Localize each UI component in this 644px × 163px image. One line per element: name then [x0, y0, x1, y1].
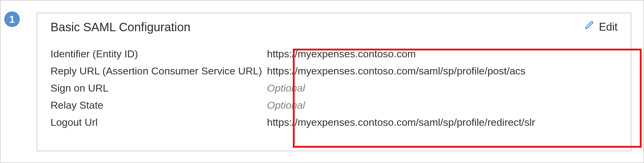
card-header: Basic SAML Configuration Edit [51, 20, 618, 34]
pencil-icon [584, 20, 594, 33]
reply-url-label: Reply URL (Assertion Consumer Service UR… [51, 64, 267, 78]
edit-button-label: Edit [599, 21, 618, 33]
sign-on-url-label: Sign on URL [51, 81, 267, 95]
config-rows: Identifier (Entity ID) https://myexpense… [51, 47, 618, 129]
saml-config-section: 1 Basic SAML Configuration Edit Identifi… [0, 0, 644, 163]
card-title: Basic SAML Configuration [51, 20, 190, 34]
sign-on-url-value: Optional [267, 81, 618, 95]
identifier-label: Identifier (Entity ID) [51, 47, 267, 61]
logout-url-value: https://myexpenses.contoso.com/saml/sp/p… [267, 116, 618, 129]
step-number-badge: 1 [4, 11, 20, 27]
edit-button[interactable]: Edit [584, 20, 618, 33]
relay-state-value: Optional [267, 98, 618, 112]
basic-saml-config-card: Basic SAML Configuration Edit Identifier… [37, 13, 631, 151]
step-number: 1 [9, 14, 15, 24]
reply-url-value: https://myexpenses.contoso.com/saml/sp/p… [267, 64, 618, 78]
logout-url-label: Logout Url [51, 116, 267, 129]
relay-state-label: Relay State [51, 98, 267, 112]
identifier-value: https://myexpenses.contoso.com [267, 47, 618, 61]
